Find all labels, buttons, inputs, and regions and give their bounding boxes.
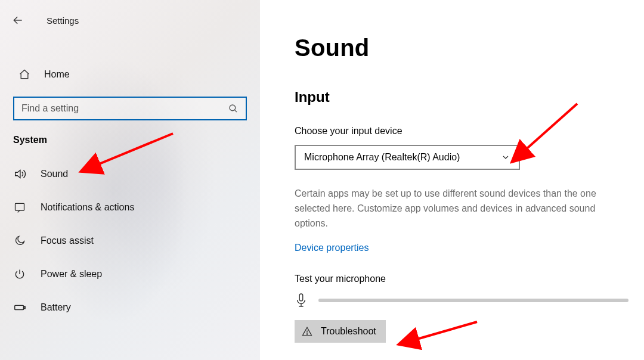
speaker-icon	[13, 167, 26, 181]
main-content: Sound Input Choose your input device Mic…	[260, 0, 644, 360]
svg-rect-3	[24, 306, 25, 309]
home-icon	[18, 68, 31, 81]
section-heading-input: Input	[295, 89, 628, 105]
troubleshoot-label: Troubleshoot	[321, 326, 376, 337]
sidebar-item-label: Battery	[41, 302, 71, 313]
input-device-selected: Microphone Array (Realtek(R) Audio)	[304, 152, 460, 163]
sidebar-section-heading: System	[0, 131, 260, 157]
mic-test-row	[295, 293, 628, 308]
search-icon	[228, 103, 239, 114]
warning-icon	[302, 326, 312, 337]
nav-home[interactable]: Home	[0, 61, 260, 88]
battery-icon	[13, 301, 26, 314]
microphone-icon	[295, 293, 310, 308]
arrow-left-icon	[12, 14, 24, 26]
search-wrap	[0, 88, 260, 131]
page-title: Sound	[295, 35, 628, 61]
sidebar: Settings Home System Sou	[0, 0, 260, 360]
sidebar-item-label: Power & sleep	[41, 269, 102, 280]
svg-rect-2	[15, 305, 24, 309]
sidebar-item-label: Focus assist	[41, 235, 94, 246]
sidebar-nav-list: Sound Notifications & actions Focus assi…	[0, 157, 260, 324]
sidebar-item-power-sleep[interactable]: Power & sleep	[0, 257, 260, 291]
sidebar-item-label: Notifications & actions	[41, 202, 134, 213]
svg-point-0	[230, 105, 236, 111]
search-input[interactable]	[21, 103, 228, 114]
test-mic-label: Test your microphone	[295, 274, 628, 284]
moon-icon	[13, 234, 26, 247]
svg-rect-4	[299, 294, 303, 301]
notifications-icon	[13, 201, 26, 214]
sidebar-item-notifications[interactable]: Notifications & actions	[0, 191, 260, 224]
troubleshoot-button[interactable]: Troubleshoot	[295, 320, 386, 343]
chevron-down-icon	[501, 153, 510, 162]
input-device-dropdown[interactable]: Microphone Array (Realtek(R) Audio)	[295, 145, 520, 170]
title-bar: Settings	[0, 6, 260, 44]
sidebar-item-label: Sound	[41, 169, 68, 179]
sidebar-item-focus-assist[interactable]: Focus assist	[0, 224, 260, 257]
choose-input-label: Choose your input device	[295, 126, 628, 136]
sidebar-item-sound[interactable]: Sound	[0, 157, 260, 191]
sidebar-item-battery[interactable]: Battery	[0, 291, 260, 324]
search-box[interactable]	[13, 97, 247, 120]
nav-home-label: Home	[44, 69, 70, 80]
device-properties-link[interactable]: Device properties	[295, 243, 369, 253]
mic-level-bar	[318, 299, 628, 302]
svg-point-5	[306, 334, 307, 334]
app-title: Settings	[47, 15, 79, 26]
input-help-text: Certain apps may be set up to use differ…	[295, 187, 628, 231]
back-button[interactable]	[8, 11, 27, 30]
power-icon	[13, 268, 26, 281]
svg-rect-1	[16, 203, 24, 210]
